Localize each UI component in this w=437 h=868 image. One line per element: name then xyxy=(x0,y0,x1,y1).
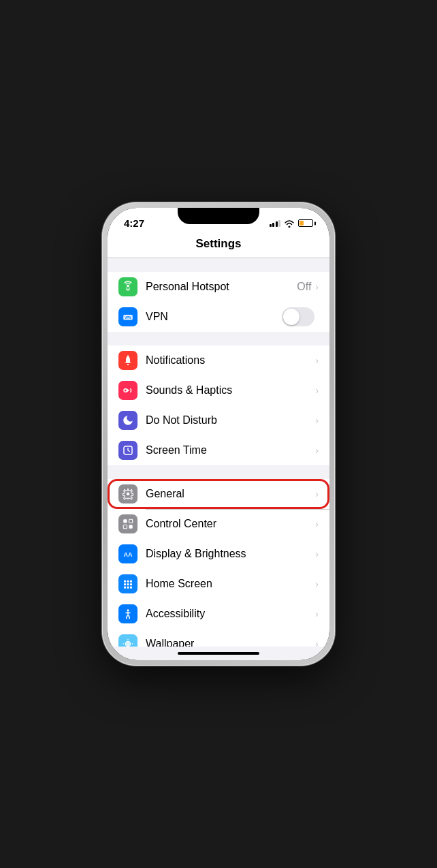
svg-rect-9 xyxy=(123,519,127,523)
signal-bar-1 xyxy=(270,224,272,227)
dnd-chevron: › xyxy=(315,415,319,426)
personal-hotspot-label: Personal Hotspot xyxy=(146,281,297,293)
signal-bar-2 xyxy=(272,223,274,227)
section-gap-1 xyxy=(108,332,329,345)
sounds-chevron: › xyxy=(315,385,319,396)
notifications-chevron: › xyxy=(315,355,319,366)
signal-icon xyxy=(270,220,281,227)
row-dnd[interactable]: Do Not Disturb › xyxy=(108,405,329,435)
svg-point-3 xyxy=(127,364,129,365)
svg-point-8 xyxy=(127,493,130,496)
svg-point-29 xyxy=(123,643,125,645)
vpn-icon: VPN xyxy=(118,307,137,326)
svg-point-0 xyxy=(127,285,129,288)
svg-rect-18 xyxy=(127,583,129,585)
wallpaper-icon xyxy=(118,634,137,647)
row-display[interactable]: AA Display & Brightness › xyxy=(108,539,329,569)
status-time: 4:27 xyxy=(124,217,144,229)
svg-rect-21 xyxy=(127,587,129,589)
svg-point-27 xyxy=(127,639,129,640)
svg-text:VPN: VPN xyxy=(125,316,131,320)
row-general[interactable]: General › xyxy=(108,479,329,509)
accessibility-chevron: › xyxy=(315,608,319,619)
svg-text:AA: AA xyxy=(124,551,133,558)
svg-rect-20 xyxy=(124,587,126,589)
svg-rect-12 xyxy=(129,525,133,529)
notch xyxy=(178,208,259,224)
row-home-screen[interactable]: Home Screen › xyxy=(108,569,329,599)
phone-screen-container: 4:27 xyxy=(108,208,329,660)
personal-hotspot-icon xyxy=(118,277,137,296)
screen: 4:27 xyxy=(108,208,329,660)
settings-scroll[interactable]: Personal Hotspot Off › VPN VPN xyxy=(108,258,329,647)
section-connectivity: Personal Hotspot Off › VPN VPN xyxy=(108,272,329,332)
screen-time-icon xyxy=(118,441,137,460)
nav-header: Settings xyxy=(108,232,329,258)
screen-time-label: Screen Time xyxy=(146,444,315,456)
section-system2: General › Control Center xyxy=(108,479,329,647)
home-screen-icon xyxy=(118,574,137,593)
svg-rect-11 xyxy=(123,525,127,529)
personal-hotspot-value: Off xyxy=(297,281,311,293)
svg-point-23 xyxy=(127,609,129,611)
battery-fill xyxy=(300,221,304,226)
row-control-center[interactable]: Control Center › xyxy=(108,509,329,539)
dnd-icon xyxy=(118,411,137,430)
accessibility-label: Accessibility xyxy=(146,608,315,620)
row-notifications[interactable]: Notifications › xyxy=(108,345,329,375)
svg-point-30 xyxy=(132,643,133,645)
general-chevron: › xyxy=(315,489,319,499)
row-wallpaper[interactable]: Wallpaper › xyxy=(108,629,329,647)
home-indicator xyxy=(108,647,329,660)
vpn-toggle-thumb xyxy=(283,309,300,325)
home-bar xyxy=(178,652,259,655)
general-icon xyxy=(118,484,137,503)
general-label: General xyxy=(146,488,315,500)
control-center-icon xyxy=(118,514,137,533)
svg-rect-19 xyxy=(130,583,132,585)
display-chevron: › xyxy=(315,548,319,559)
home-screen-label: Home Screen xyxy=(146,578,315,590)
wallpaper-chevron: › xyxy=(315,638,319,647)
svg-rect-16 xyxy=(130,580,132,583)
row-screen-time[interactable]: Screen Time › xyxy=(108,435,329,465)
signal-bar-4 xyxy=(278,220,280,227)
row-accessibility[interactable]: Accessibility › xyxy=(108,599,329,629)
wifi-icon xyxy=(284,219,295,228)
sounds-icon xyxy=(118,381,137,400)
home-screen-chevron: › xyxy=(315,578,319,589)
status-icons xyxy=(270,219,314,228)
svg-rect-17 xyxy=(124,583,126,585)
row-vpn[interactable]: VPN VPN xyxy=(108,302,329,332)
vpn-label: VPN xyxy=(146,311,282,323)
dnd-label: Do Not Disturb xyxy=(146,414,315,427)
control-center-label: Control Center xyxy=(146,518,315,530)
svg-rect-14 xyxy=(124,580,126,583)
row-personal-hotspot[interactable]: Personal Hotspot Off › xyxy=(108,272,329,302)
page-title: Settings xyxy=(118,237,319,251)
display-label: Display & Brightness xyxy=(146,548,315,560)
notifications-icon xyxy=(118,351,137,370)
display-icon: AA xyxy=(118,544,137,563)
svg-rect-22 xyxy=(130,587,132,589)
section-gap-2 xyxy=(108,465,329,479)
row-sounds[interactable]: Sounds & Haptics › xyxy=(108,375,329,405)
svg-rect-10 xyxy=(129,519,133,523)
svg-rect-4 xyxy=(127,356,129,357)
screen-time-chevron: › xyxy=(315,445,319,456)
battery-status-icon xyxy=(298,219,313,227)
svg-point-6 xyxy=(124,389,127,392)
notifications-label: Notifications xyxy=(146,354,315,367)
section-gap-0 xyxy=(108,258,329,272)
wallpaper-label: Wallpaper xyxy=(146,638,315,647)
phone-frame: 4:27 xyxy=(102,202,335,666)
control-center-chevron: › xyxy=(315,518,319,529)
section-system1: Notifications › Sounds & Haptics › xyxy=(108,345,329,465)
signal-bar-3 xyxy=(276,221,278,227)
vpn-toggle[interactable] xyxy=(282,307,314,326)
svg-rect-15 xyxy=(127,580,129,583)
personal-hotspot-chevron: › xyxy=(315,281,319,292)
sounds-label: Sounds & Haptics xyxy=(146,384,315,397)
accessibility-icon xyxy=(118,604,137,623)
